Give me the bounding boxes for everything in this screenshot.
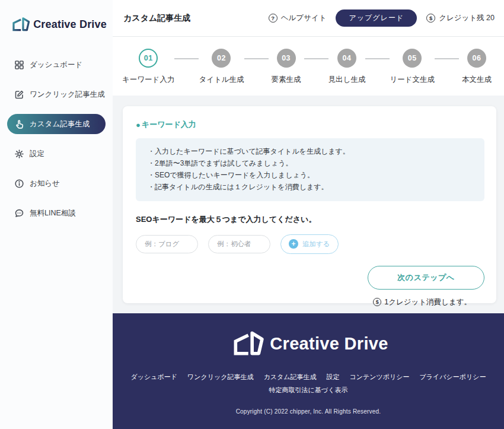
sidebar-item-line-consultation[interactable]: 無料LINE相談: [7, 203, 106, 223]
step-connector-line: [304, 58, 328, 59]
footer-link[interactable]: ダッシュボード: [130, 373, 177, 382]
bullet-icon: ●: [136, 120, 141, 129]
credit-note-label: 1クレジット消費します。: [384, 297, 471, 307]
step-number: 03: [277, 49, 296, 68]
step-02: 02タイトル生成: [199, 49, 244, 85]
footer-link[interactable]: カスタム記事生成: [263, 373, 316, 382]
tip-line: ・SEOで獲得したいキーワードを入力しましょう。: [148, 170, 473, 182]
credit-consumption-note: $ 1クレジット消費します。: [136, 297, 484, 307]
step-number: 04: [337, 49, 356, 68]
step-number: 01: [139, 49, 158, 68]
sidebar-item-label: お知らせ: [30, 179, 60, 189]
sidebar-item-settings[interactable]: 設定: [7, 144, 106, 164]
info-icon: [14, 179, 24, 188]
step-connector-line: [435, 58, 459, 59]
sidebar-item-one-click-generation[interactable]: ワンクリック記事生成: [7, 84, 106, 104]
footer-links-row-1: ダッシュボードワンクリック記事生成カスタム記事生成設定コンテンツポリシープライバ…: [130, 373, 486, 382]
sidebar: Creative Drive ダッシュボードワンクリック記事生成カスタム記事生成…: [0, 0, 113, 429]
tip-line: ・記事タイトルの生成には１クレジットを消費します。: [148, 182, 473, 193]
add-keyword-label: 追加する: [302, 240, 330, 249]
step-connector-line: [174, 58, 199, 59]
plus-icon: +: [289, 239, 298, 249]
step-label: タイトル生成: [199, 75, 244, 85]
edit-icon: [14, 90, 24, 99]
brand-name: Creative Drive: [33, 18, 107, 31]
hand-pointer-icon: [14, 119, 24, 129]
header-actions: ? ヘルプサイト アップグレード $ クレジット残 20: [269, 9, 495, 27]
step-label: 見出し生成: [328, 75, 366, 85]
section-title: ● キーワード入力: [136, 119, 484, 130]
gear-icon: [14, 149, 24, 158]
step-number: 05: [403, 49, 422, 68]
footer-link[interactable]: ワンクリック記事生成: [187, 373, 254, 382]
page-header: カスタム記事生成 ? ヘルプサイト アップグレード $ クレジット残 20: [113, 0, 504, 37]
sidebar-item-label: ダッシュボード: [30, 60, 82, 70]
keyword-prompt: SEOキーワードを最大５つまで入力してください。: [136, 214, 484, 225]
footer-link[interactable]: コンテンツポリシー: [350, 373, 410, 382]
sidebar-item-label: カスタム記事生成: [30, 119, 90, 129]
add-keyword-button[interactable]: + 追加する: [280, 234, 339, 254]
step-06: 06本文生成: [459, 49, 495, 85]
page-title: カスタム記事生成: [123, 13, 190, 24]
step-label: リード文生成: [390, 75, 435, 85]
sidebar-item-label: 無料LINE相談: [30, 208, 76, 218]
brand-logo[interactable]: Creative Drive: [0, 11, 113, 38]
step-03: 03要素生成: [269, 49, 304, 85]
footer-link[interactable]: プライバシーポリシー: [420, 373, 486, 382]
credit-balance: $ クレジット残 20: [426, 13, 495, 23]
keyword-inputs-row: + 追加する: [136, 234, 484, 254]
keyword-input-2[interactable]: [208, 235, 270, 253]
step-label: キーワード入力: [122, 75, 174, 85]
step-label: 本文生成: [462, 75, 492, 85]
step-number: 02: [212, 49, 231, 68]
steps-track: 01キーワード入力02タイトル生成03要素生成04見出し生成05リード文生成06…: [122, 49, 495, 85]
tips-box: ・入力したキーワードに基づいて記事タイトルを生成します。・2単語〜3単語でまずは…: [136, 138, 484, 201]
main-column: カスタム記事生成 ? ヘルプサイト アップグレード $ クレジット残 20 01…: [113, 0, 504, 429]
footer-logo-icon: [228, 328, 264, 359]
step-01: 01キーワード入力: [122, 49, 174, 85]
creative-drive-logo-icon: [9, 14, 30, 35]
sidebar-item-dashboard[interactable]: ダッシュボード: [7, 55, 106, 75]
step-05: 05リード文生成: [390, 49, 435, 85]
sidebar-item-label: ワンクリック記事生成: [30, 90, 105, 100]
tip-line: ・入力したキーワードに基づいて記事タイトルを生成します。: [148, 146, 473, 158]
content-area: ● キーワード入力 ・入力したキーワードに基づいて記事タイトルを生成します。・2…: [113, 96, 504, 313]
step-progress: 01キーワード入力02タイトル生成03要素生成04見出し生成05リード文生成06…: [113, 37, 504, 96]
footer-link[interactable]: 設定: [327, 373, 340, 382]
tip-line: ・2単語〜3単語でまずは試してみましょう。: [148, 158, 473, 170]
step-number: 06: [467, 49, 486, 68]
credit-note-icon: $: [373, 298, 381, 306]
question-icon: ?: [269, 14, 277, 23]
sidebar-nav: ダッシュボードワンクリック記事生成カスタム記事生成設定お知らせ無料LINE相談: [0, 55, 113, 223]
credit-icon: $: [426, 14, 435, 23]
copyright: Copyright (C) 2022 chipper, Inc. All Rig…: [236, 408, 381, 415]
footer-links-row-2: 特定商取引法に基づく表示: [269, 386, 348, 395]
step-connector-line: [365, 58, 390, 59]
help-site-label: ヘルプサイト: [281, 13, 327, 23]
footer-brand: Creative Drive: [228, 328, 388, 359]
footer-brand-name: Creative Drive: [270, 334, 388, 354]
sidebar-item-news[interactable]: お知らせ: [7, 173, 106, 193]
keyword-input-1[interactable]: [136, 235, 198, 253]
keyword-input-card: ● キーワード入力 ・入力したキーワードに基づいて記事タイトルを生成します。・2…: [123, 106, 496, 303]
step-04: 04見出し生成: [328, 49, 366, 85]
section-title-label: キーワード入力: [142, 119, 196, 130]
chat-icon: [14, 208, 24, 218]
dashboard-icon: [14, 60, 24, 69]
sidebar-item-label: 設定: [30, 149, 44, 159]
next-step-row: 次のステップへ: [136, 266, 484, 290]
step-label: 要素生成: [272, 75, 301, 85]
upgrade-button[interactable]: アップグレード: [336, 9, 417, 27]
help-site-link[interactable]: ? ヘルプサイト: [269, 13, 327, 23]
page-footer: Creative Drive ダッシュボードワンクリック記事生成カスタム記事生成…: [113, 313, 504, 429]
step-connector-line: [244, 58, 269, 59]
sidebar-item-custom-generation[interactable]: カスタム記事生成: [7, 114, 106, 134]
credit-balance-label: クレジット残 20: [439, 13, 495, 23]
next-step-button[interactable]: 次のステップへ: [368, 266, 484, 290]
footer-link[interactable]: 特定商取引法に基づく表示: [269, 386, 348, 395]
